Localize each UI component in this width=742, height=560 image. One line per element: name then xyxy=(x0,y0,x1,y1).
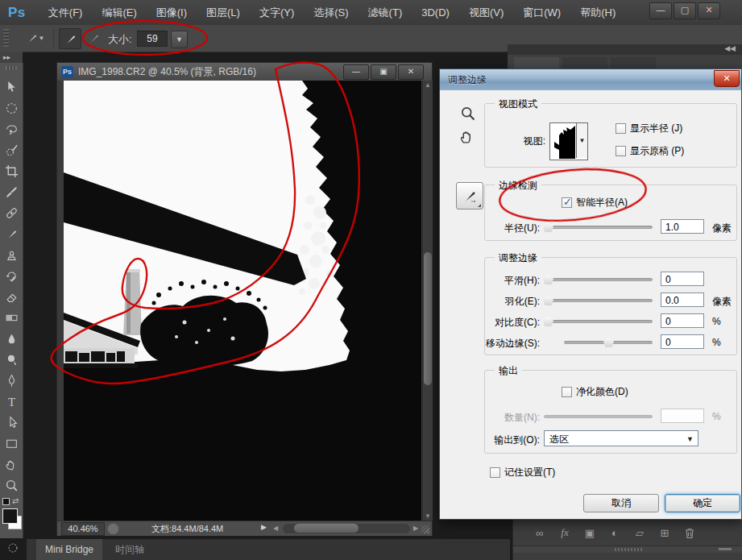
scroll-up-icon[interactable]: ▲ xyxy=(423,81,433,89)
shift-edge-slider[interactable] xyxy=(564,341,653,344)
erase-refinements-tool-button[interactable] xyxy=(83,28,104,48)
decontaminate-colors-checkbox[interactable]: 净化颜色(D) xyxy=(562,385,628,399)
document-close-button[interactable]: ✕ xyxy=(398,64,424,80)
marquee-tool[interactable] xyxy=(0,97,23,118)
eraser-tool[interactable] xyxy=(0,286,23,307)
clone-stamp-tool[interactable] xyxy=(0,244,23,265)
dialog-hand-tool[interactable] xyxy=(459,127,476,148)
menu-item-0[interactable]: 文件(F) xyxy=(39,0,93,25)
menu-item-6[interactable]: 滤镜(T) xyxy=(359,0,412,25)
quick-mask-mode-button[interactable] xyxy=(6,541,20,554)
window-maximize-button[interactable]: ▢ xyxy=(674,2,696,19)
window-minimize-button[interactable]: — xyxy=(649,2,672,19)
horizontal-scroll-thumb[interactable] xyxy=(294,524,359,533)
eyedropper-tool[interactable] xyxy=(0,181,23,202)
options-grip[interactable] xyxy=(3,29,9,47)
panel-resize-grip[interactable] xyxy=(615,548,642,551)
show-radius-checkbox[interactable]: 显示半径 (J) xyxy=(616,122,682,135)
menu-item-2[interactable]: 图像(I) xyxy=(147,0,197,25)
new-layer-icon[interactable]: ⊞ xyxy=(654,527,675,539)
scroll-left-icon[interactable]: ◀ xyxy=(273,525,278,532)
tab-timeline[interactable]: 时间轴 xyxy=(106,539,154,560)
dialog-zoom-tool[interactable] xyxy=(460,106,476,125)
window-close-button[interactable]: ✕ xyxy=(698,2,720,19)
swap-colors-icon[interactable]: ⇄ xyxy=(12,496,19,505)
rectangle-tool[interactable] xyxy=(0,433,23,454)
layer-group-folder-icon[interactable]: ▱ xyxy=(629,527,650,539)
feather-slider[interactable] xyxy=(544,299,653,302)
lasso-tool[interactable] xyxy=(0,118,23,139)
panel-tab[interactable] xyxy=(514,57,559,68)
smooth-slider-thumb[interactable] xyxy=(543,275,553,284)
shift-edge-field[interactable]: 0 xyxy=(661,334,704,349)
menu-item-1[interactable]: 编辑(E) xyxy=(92,0,146,25)
menu-item-3[interactable]: 图层(L) xyxy=(197,0,250,25)
path-selection-tool[interactable] xyxy=(0,412,23,433)
vertical-scrollbar[interactable]: ▲ ▼ xyxy=(422,81,433,521)
brush-preset-button[interactable]: ▼ xyxy=(21,28,48,48)
menu-item-4[interactable]: 文字(Y) xyxy=(250,0,304,25)
contrast-field[interactable]: 0 xyxy=(661,313,704,328)
cancel-button[interactable]: 取消 xyxy=(583,494,659,512)
remember-settings-checkbox[interactable]: 记住设置(T) xyxy=(490,466,555,479)
status-clock-icon[interactable] xyxy=(107,523,119,535)
view-thumbnail-dropdown[interactable]: ▼ xyxy=(549,122,588,160)
smooth-slider[interactable] xyxy=(544,278,653,281)
adjustment-layer-icon[interactable]: ◐ xyxy=(604,527,625,539)
refine-radius-tool-button-dialog[interactable] xyxy=(456,182,483,209)
shift-edge-slider-thumb[interactable] xyxy=(603,338,614,347)
gradient-tool[interactable] xyxy=(0,307,23,328)
dialog-title-bar[interactable]: 调整边缘 xyxy=(440,69,741,90)
menu-item-10[interactable]: 帮助(H) xyxy=(570,0,625,25)
document-maximize-button[interactable]: ▣ xyxy=(371,64,396,80)
move-tool[interactable] xyxy=(0,77,23,97)
feather-field[interactable]: 0.0 xyxy=(661,292,704,307)
feather-slider-thumb[interactable] xyxy=(543,296,553,305)
zoom-tool[interactable] xyxy=(0,475,23,496)
default-colors-icon[interactable] xyxy=(2,498,10,505)
contrast-slider-thumb[interactable] xyxy=(543,317,553,326)
menu-item-7[interactable]: 3D(D) xyxy=(412,0,459,25)
crop-tool[interactable] xyxy=(0,160,23,181)
status-flyout-icon[interactable]: ▶ xyxy=(261,523,267,531)
link-layers-icon[interactable]: ∞ xyxy=(529,527,550,539)
status-zoom-field[interactable]: 40.46% xyxy=(61,522,105,536)
healing-brush-tool[interactable] xyxy=(0,202,23,223)
output-to-combobox[interactable]: 选区 ▼ xyxy=(544,430,698,446)
foreground-color-swatch[interactable] xyxy=(2,508,18,524)
document-minimize-button[interactable]: — xyxy=(343,64,369,80)
refine-radius-tool-button[interactable] xyxy=(59,28,81,49)
document-title-bar[interactable]: Ps IMG_1998.CR2 @ 40.5% (背景, RGB/16) — ▣… xyxy=(57,63,432,81)
smart-radius-checkbox[interactable]: 智能半径(A) xyxy=(562,196,628,209)
menu-item-8[interactable]: 视图(V) xyxy=(459,0,513,25)
layer-style-fx-icon[interactable]: fx xyxy=(554,526,575,539)
scroll-down-icon[interactable]: ▼ xyxy=(423,512,433,520)
pen-tool[interactable] xyxy=(0,370,23,391)
toolbar-grip[interactable] xyxy=(6,66,17,70)
menu-item-5[interactable]: 选择(S) xyxy=(304,0,358,25)
contrast-slider[interactable] xyxy=(544,320,653,323)
radius-slider[interactable] xyxy=(544,226,653,229)
scroll-right-icon[interactable]: ▶ xyxy=(413,525,418,532)
panel-tab[interactable] xyxy=(611,57,656,68)
delete-layer-trash-icon[interactable] xyxy=(679,527,700,539)
history-brush-tool[interactable] xyxy=(0,265,23,286)
tab-mini-bridge[interactable]: Mini Bridge xyxy=(36,539,102,560)
radius-slider-thumb[interactable] xyxy=(543,222,553,232)
dodge-tool[interactable] xyxy=(0,349,23,370)
layer-mask-icon[interactable]: ▣ xyxy=(579,527,600,539)
panel-tab[interactable] xyxy=(562,57,607,68)
panel-divider-handle[interactable] xyxy=(719,548,732,550)
radius-field[interactable]: 1.0 xyxy=(661,219,704,234)
show-original-checkbox[interactable]: 显示原稿 (P) xyxy=(616,144,684,158)
vertical-scroll-thumb[interactable] xyxy=(424,252,432,385)
dock-collapse-icon[interactable]: ◀◀ xyxy=(724,44,736,52)
hand-tool[interactable] xyxy=(0,454,23,475)
type-tool[interactable]: T xyxy=(0,391,23,412)
dialog-close-button[interactable]: ✕ xyxy=(714,70,740,87)
toolbar-collapse-header[interactable]: ▸▸ xyxy=(0,52,23,63)
ok-button[interactable]: 确定 xyxy=(665,494,740,512)
brush-size-field[interactable]: 59 xyxy=(137,31,168,47)
menu-item-9[interactable]: 窗口(W) xyxy=(513,0,570,25)
resize-grip-icon[interactable] xyxy=(421,525,429,533)
